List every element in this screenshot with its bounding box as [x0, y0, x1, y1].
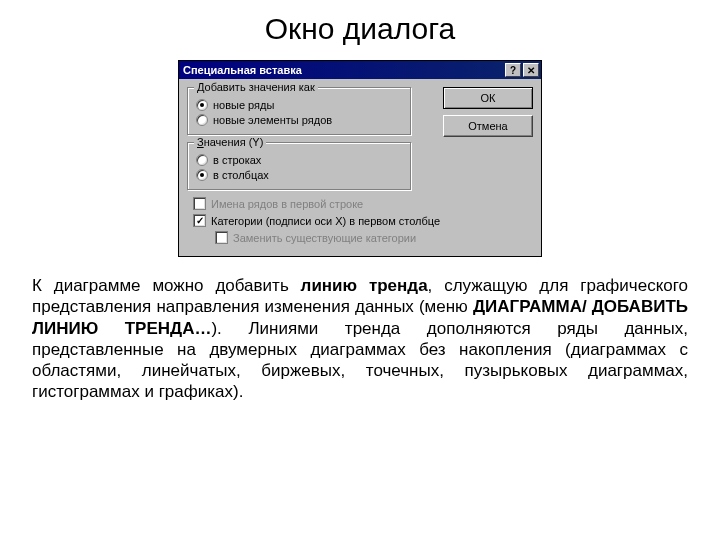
radio-icon — [196, 154, 208, 166]
help-button[interactable]: ? — [505, 63, 521, 77]
radio-new-series-elements[interactable]: новые элементы рядов — [196, 114, 403, 126]
legend-rest: обавить значения как — [205, 81, 315, 93]
checkbox-icon — [193, 197, 206, 210]
radio-label: новые элементы рядов — [213, 114, 332, 126]
checkbox-icon — [193, 214, 206, 227]
check-categories-first-column[interactable]: Категории (подписи оси X) в первом столб… — [193, 214, 533, 227]
group-legend: Значения (Y) — [194, 136, 266, 148]
cancel-button[interactable]: Отмена — [443, 115, 533, 137]
checkbox-label: Категории (подписи оси X) в первом столб… — [211, 215, 440, 227]
group-legend: Добавить значения как — [194, 81, 318, 93]
group-add-values-as: Добавить значения как новые ряды новые э… — [187, 87, 412, 136]
radio-label: в строках — [213, 154, 261, 166]
close-button[interactable]: ✕ — [523, 63, 539, 77]
dialog-titlebar: Специальная вставка ? ✕ — [179, 61, 541, 79]
radio-in-rows[interactable]: в строках — [196, 154, 403, 166]
ok-button[interactable]: ОК — [443, 87, 533, 109]
body-paragraph: К диаграмме можно добавить линию тренда,… — [32, 275, 688, 403]
checkbox-label: Имена рядов в первой строке — [211, 198, 363, 210]
radio-icon — [196, 169, 208, 181]
checkbox-icon — [215, 231, 228, 244]
radio-label: в столбцах — [213, 169, 269, 181]
radio-icon — [196, 114, 208, 126]
legend-rest: начения (Y) — [204, 136, 264, 148]
dialog-title: Специальная вставка — [183, 64, 302, 76]
dialog-body: ОК Отмена Добавить значения как новые ря… — [179, 79, 541, 256]
dialog-paste-special: Специальная вставка ? ✕ ОК Отмена Добави… — [178, 60, 542, 257]
check-replace-categories[interactable]: Заменить существующие категории — [215, 231, 533, 244]
page-title: Окно диалога — [0, 12, 720, 46]
group-values-y: Значения (Y) в строках в столбцах — [187, 142, 412, 191]
radio-in-columns[interactable]: в столбцах — [196, 169, 403, 181]
radio-label: новые ряды — [213, 99, 274, 111]
check-series-names-first-row[interactable]: Имена рядов в первой строке — [193, 197, 533, 210]
radio-icon — [196, 99, 208, 111]
radio-new-series[interactable]: новые ряды — [196, 99, 403, 111]
checkbox-label: Заменить существующие категории — [233, 232, 416, 244]
